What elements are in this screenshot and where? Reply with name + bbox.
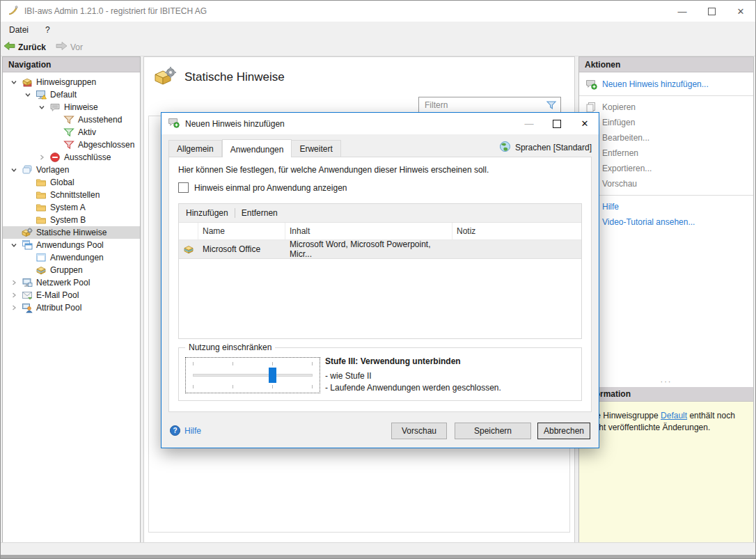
window-edge xyxy=(1,555,755,558)
tree-item-global[interactable]: Global xyxy=(3,176,140,189)
page-title: Statische Hinweise xyxy=(184,70,285,84)
action-vorschau[interactable]: Vorschau xyxy=(579,176,753,191)
table-row[interactable]: Microsoft Office Microsoft Word, Microso… xyxy=(179,240,581,259)
tab-erweitert[interactable]: Erweitert xyxy=(292,140,340,157)
folder-icon xyxy=(35,202,47,213)
anwendungen-tab-panel: Hier können Sie festlegen, für welche An… xyxy=(168,157,592,412)
action-exportieren[interactable]: Exportieren... xyxy=(579,161,753,176)
tree-item-netzwerk-pool[interactable]: Netzwerk Pool xyxy=(3,276,140,289)
menu-help[interactable]: ? xyxy=(37,22,58,38)
tree-item-gruppen[interactable]: Gruppen xyxy=(3,264,140,276)
row-content: Microsoft Word, Microsoft Powerpoint, Mi… xyxy=(285,240,452,258)
separator xyxy=(579,95,753,96)
notice-groups-icon xyxy=(21,77,33,88)
tree-item-abgeschlossen[interactable]: Abgeschlossen xyxy=(3,139,140,151)
tree-item-system-b[interactable]: System B xyxy=(3,214,140,226)
chevron-down-icon[interactable] xyxy=(7,242,21,249)
minimize-icon[interactable]: — xyxy=(668,1,697,22)
languages-button[interactable]: Sprachen [Standard] xyxy=(499,141,592,155)
tab-allgemein[interactable]: Allgemein xyxy=(168,140,222,157)
default-group-link[interactable]: Default xyxy=(661,411,687,420)
chevron-right-icon[interactable] xyxy=(35,154,49,161)
level-line: - wie Stufe II xyxy=(325,371,577,381)
tree-item-schnittstellen[interactable]: Schnittstellen xyxy=(3,189,140,201)
funnel-active-icon xyxy=(63,127,75,138)
preview-button[interactable]: Vorschau xyxy=(391,423,447,439)
information-panel: Die Hinweisgruppe Default enthält noch n… xyxy=(579,402,753,542)
action-bearbeiten[interactable]: Bearbeiten... xyxy=(579,130,753,145)
level-line: - Laufende Anwendungen werden geschlosse… xyxy=(325,383,577,393)
tree-item-ausstehend[interactable]: Ausstehend xyxy=(3,113,140,126)
forward-button[interactable]: Vor xyxy=(56,41,83,53)
tree-item-statische-hinweise[interactable]: Statische Hinweise xyxy=(3,226,140,239)
filter-input[interactable] xyxy=(418,97,561,113)
level-title: Stufe III: Verwendung unterbinden xyxy=(325,356,577,366)
actions-panel: Aktionen Neuen Hinweis hinzufügen... Kop… xyxy=(578,56,754,543)
tree-item-anwendungs-pool[interactable]: Anwendungs Pool xyxy=(3,239,140,251)
chevron-down-icon[interactable] xyxy=(7,79,21,86)
app-window: IBI-aws Admin 1.21.0 - registriert für I… xyxy=(0,0,756,559)
action-hilfe[interactable]: Hilfe xyxy=(579,199,753,214)
notice-add-icon xyxy=(585,79,597,90)
tree-item-email-pool[interactable]: E-Mail Pool xyxy=(3,289,140,301)
restriction-slider[interactable] xyxy=(185,357,320,393)
column-header-notiz[interactable]: Notiz xyxy=(452,223,581,239)
action-video-tutorial[interactable]: Video-Tutorial ansehen... xyxy=(579,214,753,230)
action-einfuegen[interactable]: Einfügen xyxy=(579,115,753,130)
once-per-app-row: Hinweis einmal pro Anwendung anzeigen xyxy=(178,182,347,193)
window-titlebar: IBI-aws Admin 1.21.0 - registriert für I… xyxy=(1,1,755,22)
network-pool-icon xyxy=(21,277,33,288)
notices-icon xyxy=(49,102,61,113)
close-icon[interactable]: ✕ xyxy=(726,1,755,22)
column-header-inhalt[interactable]: Inhalt xyxy=(285,223,452,239)
back-button[interactable]: Zurück xyxy=(3,41,53,53)
cancel-button[interactable]: Abbrechen xyxy=(537,423,590,439)
add-application-button[interactable]: Hinzufügen xyxy=(186,208,228,218)
icon-column-header[interactable] xyxy=(179,223,198,239)
column-header-name[interactable]: Name xyxy=(198,223,285,239)
chevron-right-icon[interactable] xyxy=(7,279,21,286)
remove-application-button[interactable]: Entfernen xyxy=(242,208,278,218)
applications-table: Hinzufügen Entfernen Name Inhalt Notiz M… xyxy=(178,203,582,339)
maximize-icon[interactable] xyxy=(543,113,571,134)
help-link[interactable]: ? Hilfe xyxy=(170,425,201,436)
chevron-right-icon[interactable] xyxy=(7,304,21,311)
app-logo-icon xyxy=(8,5,19,18)
templates-icon xyxy=(21,164,33,175)
tree-item-hinweise[interactable]: Hinweise xyxy=(3,101,140,113)
copy-icon xyxy=(585,102,597,113)
navigation-tree: Hinweisgruppen Default Hinweise Ausstehe… xyxy=(3,72,140,314)
close-icon[interactable]: ✕ xyxy=(571,113,599,134)
tree-item-system-a[interactable]: System A xyxy=(3,201,140,214)
action-kopieren[interactable]: Kopieren xyxy=(579,100,753,115)
tree-item-vorlagen[interactable]: Vorlagen xyxy=(3,164,140,176)
tree-item-ausschluesse[interactable]: Ausschlüsse xyxy=(3,151,140,164)
filter-funnel-icon[interactable] xyxy=(546,100,557,113)
menu-datei[interactable]: Datei xyxy=(1,22,37,38)
checkbox[interactable] xyxy=(178,182,189,193)
tree-item-attribut-pool[interactable]: Attribut Pool xyxy=(3,301,140,314)
chevron-down-icon[interactable] xyxy=(35,104,49,111)
minimize-icon[interactable]: — xyxy=(515,113,543,134)
tree-item-aktiv[interactable]: Aktiv xyxy=(3,126,140,139)
tree-item-hinweisgruppen[interactable]: Hinweisgruppen xyxy=(3,76,140,88)
dialog-titlebar: Neuen Hinweis hinzufügen — ✕ xyxy=(162,113,599,134)
action-new-notice[interactable]: Neuen Hinweis hinzufügen... xyxy=(579,77,753,92)
chevron-down-icon[interactable] xyxy=(7,166,21,173)
tree-item-anwendungen[interactable]: Anwendungen xyxy=(3,251,140,264)
chevron-down-icon[interactable] xyxy=(21,91,35,98)
information-header: Information xyxy=(579,387,753,402)
table-toolbar: Hinzufügen Entfernen xyxy=(179,204,581,223)
slider-track[interactable] xyxy=(193,374,313,377)
tree-item-default[interactable]: Default xyxy=(3,88,140,101)
separator xyxy=(579,195,753,196)
maximize-icon[interactable] xyxy=(697,1,726,22)
chevron-right-icon[interactable] xyxy=(7,292,21,299)
folder-icon xyxy=(35,214,47,226)
tab-anwendungen[interactable]: Anwendungen xyxy=(222,139,292,157)
filter-box xyxy=(418,97,561,113)
slider-handle[interactable] xyxy=(269,368,276,383)
action-entfernen[interactable]: Entfernen xyxy=(579,145,753,161)
save-button[interactable]: Speichern xyxy=(455,423,531,439)
splitter-grip[interactable]: ··· xyxy=(579,379,753,384)
